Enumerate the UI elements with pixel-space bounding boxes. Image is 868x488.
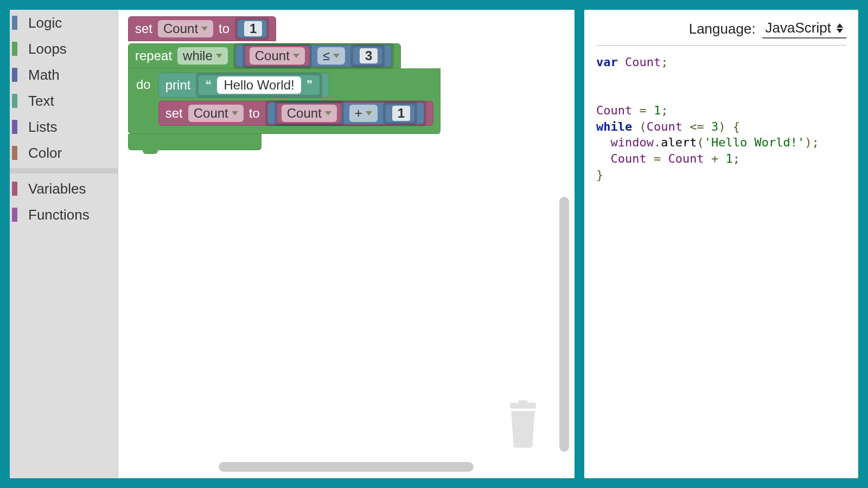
chevron-down-icon	[333, 54, 340, 58]
toolbox-category-functions[interactable]: Functions	[10, 202, 118, 228]
block-editor: LogicLoopsMathTextListsColor VariablesFu…	[10, 10, 575, 478]
operator-dropdown[interactable]: ≤	[317, 47, 345, 65]
set-keyword: set	[165, 106, 183, 121]
compare-block[interactable]: Count ≤ 3	[235, 45, 392, 67]
do-keyword: do	[136, 73, 151, 92]
vertical-scrollbar[interactable]	[559, 197, 569, 452]
close-quote-icon: ❞	[307, 78, 313, 92]
category-color-swatch	[12, 68, 17, 82]
category-color-swatch	[12, 42, 17, 56]
to-keyword: to	[219, 21, 229, 36]
variable-dropdown[interactable]: Count	[282, 105, 337, 122]
category-color-swatch	[12, 94, 17, 108]
number-block[interactable]: 1	[237, 20, 267, 38]
language-row: Language: JavaScript	[596, 20, 846, 46]
language-select[interactable]: JavaScript	[762, 20, 846, 38]
text-literal-block[interactable]: ❝ Hello World! ❞	[198, 75, 320, 95]
toolbox-category-logic[interactable]: Logic	[10, 10, 118, 36]
chevron-down-icon	[201, 27, 208, 31]
repeat-tail	[128, 134, 261, 150]
operator-dropdown[interactable]: +	[349, 105, 378, 122]
toolbox-separator	[10, 168, 118, 174]
chevron-down-icon	[232, 111, 238, 115]
repeat-keyword: repeat	[135, 48, 172, 63]
toolbox-category-math[interactable]: Math	[10, 62, 118, 88]
open-quote-icon: ❝	[205, 78, 212, 92]
left-operand-slot[interactable]: Count	[242, 43, 312, 68]
toolbox-category-loops[interactable]: Loops	[10, 36, 118, 62]
text-literal-value[interactable]: Hello World!	[217, 76, 301, 94]
toolbox-category-text[interactable]: Text	[10, 88, 118, 114]
category-label: Text	[28, 93, 54, 110]
category-label: Math	[28, 67, 60, 84]
number-block[interactable]: 3	[353, 47, 382, 65]
category-label: Loops	[28, 41, 67, 57]
set-keyword: set	[135, 21, 152, 36]
code-panel: Language: JavaScript var Count; Count = …	[584, 10, 858, 478]
repeat-do-body[interactable]: do print ❝ Hello World! ❞	[128, 68, 441, 134]
toolbox-category-variables[interactable]: Variables	[10, 176, 118, 202]
number-block[interactable]: 1	[385, 104, 415, 123]
toolbox-category-color[interactable]: Color	[10, 140, 118, 166]
right-operand-slot[interactable]: 3	[350, 44, 385, 67]
category-color-swatch	[12, 146, 17, 160]
category-color-swatch	[12, 208, 17, 222]
generated-code: var Count; Count = 1; while (Count <= 3)…	[596, 54, 846, 183]
category-label: Logic	[28, 15, 62, 31]
value-slot[interactable]: 1	[235, 17, 269, 40]
category-label: Color	[28, 145, 62, 162]
horizontal-scrollbar[interactable]	[219, 462, 474, 472]
chevron-down-icon	[325, 111, 331, 115]
chevron-down-icon	[366, 111, 372, 115]
variable-ref-block[interactable]: Count	[277, 103, 342, 124]
to-keyword: to	[249, 106, 260, 121]
variable-dropdown[interactable]: Count	[188, 105, 244, 122]
block-print[interactable]: print ❝ Hello World! ❞	[158, 73, 329, 98]
category-label: Variables	[28, 181, 86, 197]
block-stack[interactable]: set Count to 1 repeat	[128, 16, 441, 150]
chevron-down-icon	[293, 54, 299, 58]
repeat-mode-dropdown[interactable]: while	[177, 47, 228, 65]
variable-dropdown[interactable]: Count	[158, 20, 213, 37]
chevron-down-icon	[216, 54, 222, 58]
workspace[interactable]: set Count to 1 repeat	[118, 10, 575, 478]
arithmetic-block[interactable]: Count +	[267, 102, 424, 124]
toolbox-category-lists[interactable]: Lists	[10, 114, 118, 140]
category-label: Functions	[28, 207, 90, 223]
sort-icon	[837, 23, 843, 33]
category-color-swatch	[12, 182, 17, 196]
print-text-slot[interactable]: ❝ Hello World! ❞	[196, 73, 322, 98]
category-color-swatch	[12, 16, 17, 30]
variable-dropdown[interactable]: Count	[250, 47, 305, 65]
category-label: Lists	[28, 119, 57, 136]
print-keyword: print	[165, 78, 191, 93]
variable-ref-block[interactable]: Count	[245, 46, 310, 66]
block-repeat-while[interactable]: repeat while Count	[128, 43, 401, 68]
block-set-variable[interactable]: set Count to 1	[128, 16, 276, 41]
language-label: Language:	[689, 21, 756, 37]
toolbox: LogicLoopsMathTextListsColor VariablesFu…	[10, 10, 118, 478]
condition-slot[interactable]: Count ≤ 3	[233, 43, 394, 69]
right-operand-slot[interactable]: 1	[383, 102, 417, 125]
language-value: JavaScript	[765, 20, 831, 36]
block-set-variable[interactable]: set Count to	[158, 101, 434, 126]
trash-icon[interactable]	[504, 400, 542, 448]
svg-rect-1	[518, 400, 528, 404]
value-slot[interactable]: Count +	[265, 100, 426, 126]
category-color-swatch	[12, 120, 17, 134]
left-operand-slot[interactable]: Count	[275, 101, 344, 126]
